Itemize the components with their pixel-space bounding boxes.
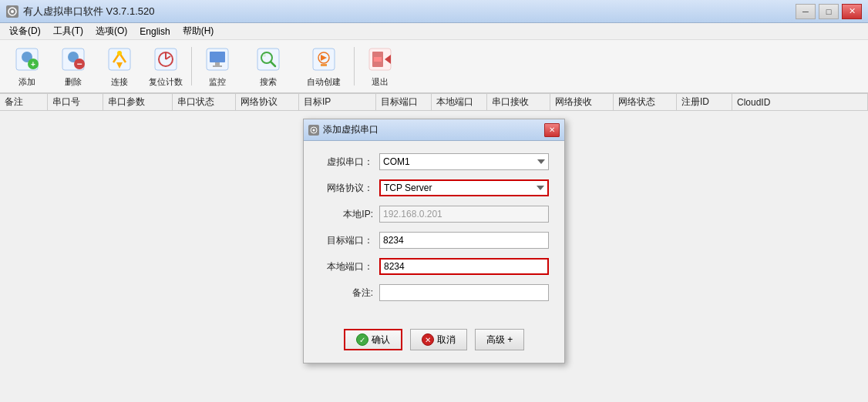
search-button[interactable]: 搜索 [241,43,295,89]
col-cloud-id: CloudID [732,94,868,110]
col-target-port: 目标端口 [376,94,432,110]
connect-icon [106,45,133,73]
local-ip-input[interactable] [379,206,549,223]
title-bar-left: 有人虚拟串口软件 V3.7.1.520 [6,5,155,18]
dialog-close-button[interactable]: ✕ [544,123,560,137]
toolbar: + 添加 − 删除 连接 [0,40,868,94]
svg-point-1 [11,10,14,13]
advanced-button[interactable]: 高级 + [475,329,524,350]
svg-text:−: − [76,59,82,69]
col-local-port: 本地端口 [432,94,487,110]
network-protocol-label: 网络协议： [319,182,373,195]
col-com-recv: 串口接收 [487,94,550,110]
note-input[interactable] [379,284,549,301]
menu-device[interactable]: 设备(D) [3,23,47,39]
virtual-com-row: 虚拟串口： COM1COM2COM3 [319,153,549,170]
svg-rect-31 [374,57,382,62]
target-port-label: 目标端口： [319,234,373,247]
svg-rect-18 [210,52,225,62]
title-bar: 有人虚拟串口软件 V3.7.1.520 ─ □ ✕ [0,0,868,23]
monitor-label: 监控 [209,76,226,88]
col-status: 串口状态 [173,94,236,110]
add-label: 添加 [19,76,35,88]
col-note: 备注 [0,94,48,110]
local-port-row: 本地端口： [319,258,549,275]
reset-button[interactable]: 复位计数 [143,43,188,89]
advanced-label: 高级 + [486,333,513,347]
col-net-recv: 网络接收 [550,94,614,110]
target-port-input[interactable] [379,232,549,249]
add-icon: + [13,45,41,73]
col-net-status: 网络状态 [614,94,677,110]
col-target-ip: 目标IP [299,94,376,110]
title-controls: ─ □ ✕ [796,4,862,19]
confirm-icon: ✓ [356,333,368,346]
cancel-button[interactable]: ✕ 取消 [410,329,467,350]
table-header: 备注 串口号 串口参数 串口状态 网络协议 目标IP 目标端口 本地端口 串口接… [0,94,868,111]
col-reg-id: 注册ID [677,94,732,110]
dialog-titlebar: 添加虚拟串口 ✕ [304,119,564,141]
reset-label: 复位计数 [149,76,183,88]
svg-point-24 [263,54,266,57]
app-icon [6,5,19,18]
connect-label: 连接 [111,76,128,88]
auto-create-button[interactable]: 自动创建 [297,43,351,89]
maximize-button[interactable]: □ [819,4,839,19]
local-ip-label: 本地IP: [319,208,373,221]
menu-help[interactable]: 帮助(H) [177,23,220,39]
network-protocol-row: 网络协议： TCP ServerTCP ClientUDP [319,179,549,196]
local-port-label: 本地端口： [319,260,373,273]
add-virtual-com-dialog: 添加虚拟串口 ✕ 虚拟串口： COM1COM2COM3 网络协议： TCP Se… [303,119,565,363]
delete-label: 删除 [65,76,82,88]
local-ip-row: 本地IP: [319,206,549,223]
window-title: 有人虚拟串口软件 V3.7.1.520 [23,5,155,18]
monitor-button[interactable]: 监控 [195,43,240,89]
dialog-footer: ✓ 确认 ✕ 取消 高级 + [304,323,564,363]
add-button[interactable]: + 添加 [5,43,49,89]
exit-button[interactable]: 退出 [358,43,402,89]
svg-rect-19 [215,62,220,65]
connect-button[interactable]: 连接 [97,43,142,89]
cancel-label: 取消 [437,333,456,347]
menu-tools[interactable]: 工具(T) [47,23,89,39]
modal-backdrop: 添加虚拟串口 ✕ 虚拟串口： COM1COM2COM3 网络协议： TCP Se… [0,111,868,396]
confirm-button[interactable]: ✓ 确认 [344,329,402,350]
virtual-com-select[interactable]: COM1COM2COM3 [379,153,549,170]
minimize-button[interactable]: ─ [796,4,816,19]
dialog-icon [308,125,319,136]
auto-create-label: 自动创建 [307,76,341,88]
auto-create-icon [310,45,338,73]
note-label: 备注: [319,286,373,300]
svg-point-11 [117,51,122,55]
network-protocol-select[interactable]: TCP ServerTCP ClientUDP [379,179,549,196]
delete-button[interactable]: − 删除 [51,43,96,89]
note-row: 备注: [319,284,549,301]
menu-options[interactable]: 选项(O) [89,23,133,39]
svg-rect-27 [321,64,327,66]
main-area: 添加虚拟串口 ✕ 虚拟串口： COM1COM2COM3 网络协议： TCP Se… [0,111,868,396]
toolbar-separator-2 [354,47,355,85]
reset-icon [152,45,180,73]
search-icon [254,45,282,73]
dialog-title-left: 添加虚拟串口 [308,123,378,136]
col-com: 串口号 [48,94,103,110]
exit-icon [366,45,394,73]
col-params: 串口参数 [103,94,173,110]
search-label: 搜索 [260,76,277,88]
target-port-row: 目标端口： [319,232,549,249]
cancel-icon: ✕ [422,333,434,346]
monitor-icon [204,45,231,73]
window-close-button[interactable]: ✕ [842,4,862,19]
svg-point-33 [313,129,315,131]
menu-english[interactable]: English [133,25,176,39]
col-protocol: 网络协议 [236,94,299,110]
svg-rect-20 [213,65,222,67]
dialog-body: 虚拟串口： COM1COM2COM3 网络协议： TCP ServerTCP C… [304,141,564,323]
exit-label: 退出 [372,76,389,88]
svg-text:+: + [31,60,35,69]
delete-icon: − [59,45,87,73]
local-port-input[interactable] [379,258,549,275]
menu-bar: 设备(D) 工具(T) 选项(O) English 帮助(H) [0,23,868,40]
virtual-com-label: 虚拟串口： [319,156,373,169]
toolbar-separator-1 [191,47,192,85]
